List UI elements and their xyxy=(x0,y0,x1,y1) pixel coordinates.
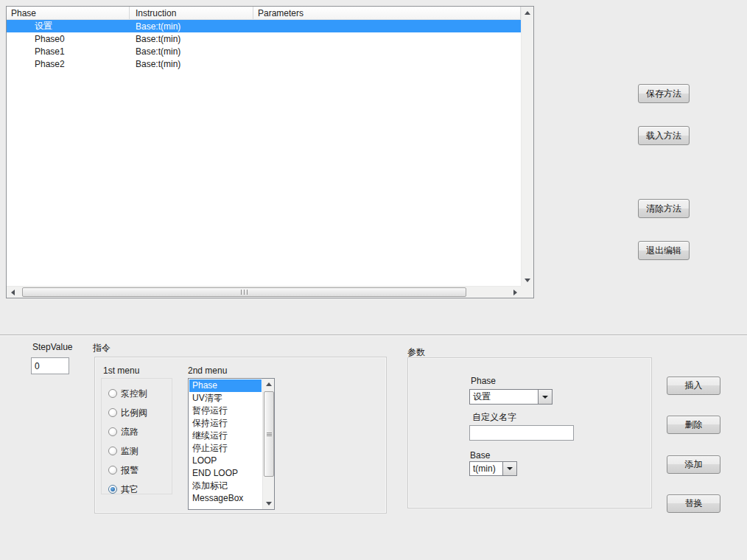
second-menu-listbox: Phase UV清零 暂停运行 保持运行 继续运行 停止运行 LOOP END … xyxy=(188,378,275,510)
cell-parameters xyxy=(253,20,521,32)
thumb-grip-icon xyxy=(267,433,272,436)
radio-checked-icon xyxy=(108,485,117,494)
listbox-scrollbar[interactable] xyxy=(262,379,274,509)
cell-parameters xyxy=(253,32,521,45)
base-combo-dropdown-button[interactable] xyxy=(502,462,516,475)
radio-label: 比例阀 xyxy=(121,407,147,419)
list-item[interactable]: MessageBox xyxy=(189,492,262,505)
phase-combo-value: 设置 xyxy=(470,390,538,404)
cell-phase: Phase0 xyxy=(7,32,130,45)
scrollbar-corner xyxy=(521,286,533,298)
custom-name-label: 自定义名字 xyxy=(472,411,516,424)
save-method-button[interactable]: 保存方法 xyxy=(638,84,690,103)
table-row[interactable]: Phase1 Base:t(min) xyxy=(7,45,521,57)
radio-pump-control[interactable]: 泵控制 xyxy=(102,384,172,403)
radio-label: 流路 xyxy=(121,426,138,438)
step-value-input[interactable] xyxy=(31,357,69,374)
custom-name-input[interactable] xyxy=(469,425,574,441)
arrow-down-icon xyxy=(266,502,272,505)
radio-other[interactable]: 其它 xyxy=(102,480,172,499)
chevron-down-icon xyxy=(542,396,548,399)
replace-button[interactable]: 替换 xyxy=(667,494,720,513)
table-row[interactable]: 设置 Base:t(min) xyxy=(7,20,521,32)
base-combobox[interactable]: t(min) xyxy=(469,461,517,476)
column-header-instruction-label: Instruction xyxy=(136,8,176,18)
radio-label: 泵控制 xyxy=(121,388,147,400)
cell-phase: 设置 xyxy=(7,20,130,32)
chevron-down-icon xyxy=(507,467,513,470)
radio-icon xyxy=(108,447,117,455)
list-item[interactable]: 保持运行 xyxy=(189,417,262,430)
radio-label: 报警 xyxy=(121,464,138,477)
column-header-instruction[interactable]: Instruction xyxy=(130,7,253,19)
arrow-up-icon xyxy=(525,11,530,15)
thumb-grip-icon xyxy=(240,290,248,295)
add-button[interactable]: 添加 xyxy=(667,455,720,474)
column-header-phase-label: Phase xyxy=(11,8,36,18)
base-combo-label: Base xyxy=(470,450,490,461)
vertical-scrollbar[interactable] xyxy=(521,7,533,286)
scroll-down-button[interactable] xyxy=(263,498,274,509)
column-header-parameters[interactable]: Parameters xyxy=(253,7,521,19)
cell-instruction: Base:t(min) xyxy=(130,20,253,32)
first-menu-radio-group: 泵控制 比例阀 流路 监测 报警 其它 xyxy=(101,378,172,494)
base-combo-value: t(min) xyxy=(470,462,502,475)
arrow-down-icon xyxy=(525,279,530,282)
cell-instruction: Base:t(min) xyxy=(130,57,253,70)
list-item[interactable]: END LOOP xyxy=(189,467,262,480)
radio-label: 其它 xyxy=(121,483,138,496)
cell-instruction: Base:t(min) xyxy=(130,32,253,45)
radio-flow-path[interactable]: 流路 xyxy=(102,422,172,441)
radio-icon xyxy=(108,389,117,398)
table-row[interactable]: Phase0 Base:t(min) xyxy=(7,32,521,45)
table-header: Phase Instruction Parameters xyxy=(7,7,521,20)
cell-phase: Phase1 xyxy=(7,45,130,57)
insert-button[interactable]: 插入 xyxy=(667,377,720,395)
delete-button[interactable]: 删除 xyxy=(667,416,720,434)
cell-parameters xyxy=(253,45,521,57)
phase-combo-label: Phase xyxy=(471,376,496,386)
column-header-phase[interactable]: Phase xyxy=(7,7,130,19)
load-method-button[interactable]: 载入方法 xyxy=(638,126,690,145)
cell-instruction: Base:t(min) xyxy=(130,45,253,57)
arrow-left-icon xyxy=(11,290,15,295)
scroll-left-button[interactable] xyxy=(7,287,18,298)
column-header-parameters-label: Parameters xyxy=(258,8,304,18)
phase-combo-dropdown-button[interactable] xyxy=(538,390,552,404)
scroll-up-button[interactable] xyxy=(263,379,274,390)
exit-edit-button[interactable]: 退出编辑 xyxy=(638,241,690,260)
radio-icon xyxy=(108,466,117,475)
panel-divider xyxy=(0,335,747,335)
method-step-table: Phase Instruction Parameters 设置 Base:t(m… xyxy=(6,6,534,298)
list-item[interactable]: UV清零 xyxy=(189,392,262,405)
vertical-scroll-thumb[interactable] xyxy=(264,391,274,477)
scroll-down-button[interactable] xyxy=(522,274,533,286)
phase-combobox[interactable]: 设置 xyxy=(469,389,553,405)
list-item[interactable]: 暂停运行 xyxy=(189,405,262,417)
cell-phase: Phase2 xyxy=(7,57,130,70)
list-item[interactable]: Phase xyxy=(189,379,262,392)
list-item[interactable]: LOOP xyxy=(189,455,262,467)
radio-proportional-valve[interactable]: 比例阀 xyxy=(102,403,172,422)
table-body: 设置 Base:t(min) Phase0 Base:t(min) Phase1… xyxy=(7,20,521,286)
cell-parameters xyxy=(253,57,521,70)
clear-method-button[interactable]: 清除方法 xyxy=(638,199,690,218)
radio-icon xyxy=(108,408,117,417)
instruction-group-label: 指令 xyxy=(93,342,111,354)
arrow-right-icon xyxy=(513,290,517,295)
arrow-up-icon xyxy=(266,382,272,386)
list-item[interactable]: 停止运行 xyxy=(189,442,262,455)
radio-monitor[interactable]: 监测 xyxy=(102,441,172,461)
radio-icon xyxy=(108,427,117,436)
first-menu-label: 1st menu xyxy=(103,365,139,376)
list-item[interactable]: 添加标记 xyxy=(189,480,262,492)
scroll-up-button[interactable] xyxy=(522,7,533,18)
method-editor-window: { "colors": { "background": "#ececec", "… xyxy=(0,0,747,560)
scroll-right-button[interactable] xyxy=(509,287,521,298)
step-value-label: StepValue xyxy=(32,342,73,352)
horizontal-scroll-thumb[interactable] xyxy=(22,287,466,297)
list-item[interactable]: 继续运行 xyxy=(189,430,262,442)
radio-alarm[interactable]: 报警 xyxy=(102,461,172,480)
table-row[interactable]: Phase2 Base:t(min) xyxy=(7,57,521,70)
horizontal-scrollbar[interactable] xyxy=(7,286,521,298)
